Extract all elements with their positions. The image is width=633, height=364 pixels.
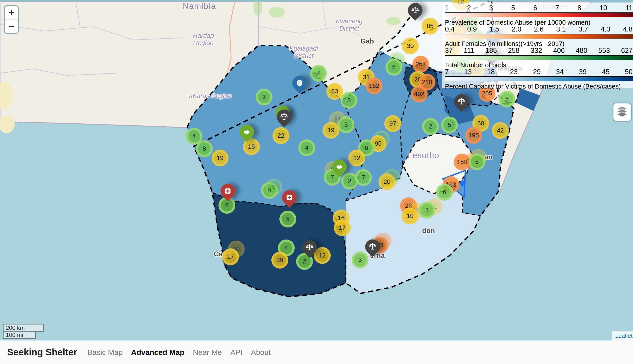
legend-ticks: 12356781011 (445, 4, 633, 12)
legend-tick: 1.5 (489, 25, 499, 33)
legend-ticks: 71318232934394550 (445, 68, 633, 76)
scales-icon (277, 110, 291, 124)
legend-row: 12356781011Prevalence of Domestic Abuse … (445, 4, 633, 25)
legend-row: 0.40.91.52.02.63.13.74.34.8Adult Females… (445, 25, 633, 46)
shield-pin-marker[interactable] (289, 73, 310, 94)
nav-link-api[interactable]: API (230, 348, 243, 357)
legend-tick: 10 (599, 4, 607, 12)
legend-tick: 39 (579, 68, 586, 76)
legend-tick: 3.7 (578, 25, 588, 33)
zoom-out-button[interactable]: − (5, 20, 18, 33)
layers-control-button[interactable] (612, 102, 632, 122)
legend-tick: 6 (533, 4, 537, 12)
legend-tick: 1 (445, 4, 449, 12)
legend-tick: 23 (510, 68, 518, 76)
legend-tick: 2.0 (512, 25, 521, 33)
legend-tick: 29 (533, 68, 541, 76)
legend-gradient-bar (445, 76, 633, 81)
app-window: NamibiaHardap RegionIIKaras RegionKwenen… (0, 0, 633, 364)
scales-pin-marker[interactable] (362, 236, 383, 257)
legend-tick: 50 (625, 68, 632, 76)
legend-tick: 7 (445, 68, 449, 76)
map-canvas[interactable]: NamibiaHardap RegionIIKaras RegionKwenen… (0, 0, 633, 340)
legend-ticks: 37111185258332406480553627 (445, 46, 633, 54)
hands-pin-marker[interactable] (329, 156, 350, 177)
legend-row: 71318232934394550Percent Capacity for Vi… (445, 68, 633, 89)
legend-panel: 12356781011Prevalence of Domestic Abuse … (442, 3, 633, 88)
layers-icon (616, 106, 628, 119)
legend-gradient-bar (445, 34, 633, 38)
zoom-control: + − (4, 5, 19, 34)
hands-pin-marker[interactable] (236, 122, 257, 142)
medical-pin-marker[interactable] (217, 181, 238, 201)
legend-tick: 3 (489, 4, 493, 12)
medical-icon (221, 184, 235, 198)
legend-tick: 0.9 (467, 25, 477, 33)
zoom-in-button[interactable]: + (5, 6, 18, 20)
bottom-navbar: Seeking Shelter Basic MapAdvanced MapNea… (0, 340, 633, 364)
legend-caption: Percent Capacity for Victims of Domestic… (445, 83, 633, 90)
legend-gradient-bar (445, 12, 633, 17)
shield-icon (292, 76, 307, 90)
legend-tick: 0.4 (445, 25, 455, 33)
legend-tick: 7 (555, 4, 559, 12)
legend-tick: 258 (508, 46, 519, 54)
nav-link-about[interactable]: About (251, 348, 271, 357)
scales-icon (454, 94, 469, 109)
legend-tick: 18 (487, 68, 495, 76)
medical-icon (282, 190, 297, 205)
legend-tick: 4.3 (601, 25, 610, 33)
scales-icon (365, 240, 380, 254)
legend-tick: 37 (445, 46, 453, 54)
legend-row: 37111185258332406480553627Total Number o… (445, 46, 633, 68)
legend-tick: 185 (485, 46, 497, 54)
legend-tick: 2.6 (534, 25, 543, 33)
nav-link-near-me[interactable]: Near Me (193, 348, 222, 357)
legend-tick: 4.8 (623, 25, 632, 33)
legend-tick: 8 (577, 4, 581, 12)
scales-icon (302, 240, 317, 255)
legend-gradient-bar (445, 55, 633, 60)
legend-tick: 553 (598, 46, 610, 54)
legend-tick: 406 (553, 46, 565, 54)
nav-link-advanced-map[interactable]: Advanced Map (131, 348, 184, 357)
legend-tick: 5 (511, 4, 515, 12)
nav-links: Basic MapAdvanced MapNear MeAPIAbout (87, 348, 271, 357)
hands-icon (239, 125, 254, 140)
scales-icon (408, 3, 423, 18)
scales-pin-marker[interactable] (451, 91, 472, 112)
legend-tick: 3.1 (556, 25, 566, 33)
scale-km: 200 km (3, 324, 44, 332)
brand-title: Seeking Shelter (7, 347, 77, 358)
legend-tick: 332 (531, 46, 542, 54)
legend-tick: 11 (625, 4, 632, 12)
legend-tick: 13 (464, 68, 472, 76)
scales-pin-marker[interactable] (299, 237, 320, 258)
legend-tick: 34 (556, 68, 563, 76)
nav-link-basic-map[interactable]: Basic Map (87, 348, 123, 357)
legend-tick: 45 (602, 68, 609, 76)
legend-tick: 480 (576, 46, 587, 54)
legend-ticks: 0.40.91.52.02.63.13.74.34.8 (445, 25, 633, 33)
map-attribution[interactable]: Leaflet (612, 331, 633, 340)
scales-pin-marker[interactable] (274, 106, 294, 127)
legend-tick: 111 (464, 46, 474, 54)
scale-mi: 100 mi (3, 331, 36, 339)
scale-bar: 200 km 100 mi (3, 324, 44, 339)
legend-tick: 627 (621, 46, 632, 54)
legend-tick: 2 (467, 4, 471, 12)
scales-pin-marker[interactable] (405, 0, 426, 21)
hands-icon (332, 160, 347, 174)
medical-pin-marker[interactable] (279, 187, 300, 208)
